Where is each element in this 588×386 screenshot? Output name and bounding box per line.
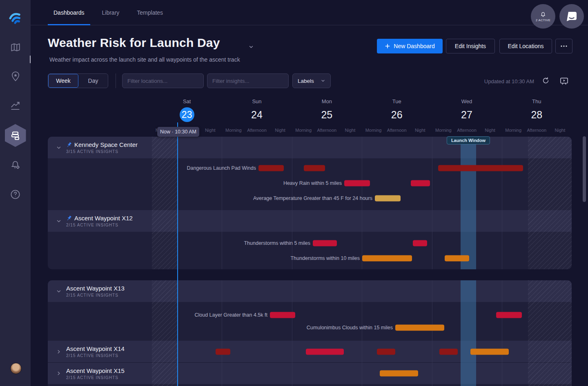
support-chat-button[interactable] <box>559 4 584 29</box>
launch-window-label: Launch Window <box>447 136 490 144</box>
location-row-header[interactable]: Ascent Waypoint X132/15 ACTIVE INSIGHTS <box>48 280 572 302</box>
day-number[interactable]: 23 <box>180 107 194 122</box>
day-column: Wed27MorningAfternoonNight <box>432 96 501 133</box>
insight-row: Thunderstorms within 5 miles <box>48 235 572 251</box>
now-line <box>177 122 178 386</box>
location-pin-star-icon[interactable] <box>10 71 21 82</box>
insight-bar[interactable] <box>313 240 337 246</box>
title-chevron-down-icon[interactable] <box>248 44 254 51</box>
presentation-mode-button[interactable] <box>559 77 569 87</box>
location-row-header[interactable]: Ascent Waypoint X122/15 ACTIVE INSIGHTS <box>48 210 572 232</box>
chevron-down-icon[interactable] <box>56 218 62 224</box>
day-column: Tue26MorningAfternoonNight <box>362 96 432 133</box>
labels-dropdown-value: Labels <box>298 78 314 84</box>
insight-bar[interactable] <box>439 348 458 355</box>
active-insights-count: 2/15 ACTIVE INSIGHTS <box>66 223 133 227</box>
alerts-button[interactable]: 2 ACTIVE <box>531 4 555 29</box>
period-label: Night <box>408 128 432 133</box>
tab-dashboards[interactable]: Dashboards <box>48 0 90 25</box>
location-name: Ascent Waypoint X13 <box>66 285 125 292</box>
insight-bar[interactable] <box>375 195 401 201</box>
insight-bar[interactable] <box>496 312 522 318</box>
chevron-down-icon[interactable] <box>56 288 62 295</box>
period-label: Morning <box>502 128 525 133</box>
map-icon[interactable] <box>10 42 21 53</box>
insight-row: Average Temperature Greater than 45 F fo… <box>48 191 572 206</box>
period-label: Afternoon <box>245 128 268 133</box>
day-number[interactable]: 26 <box>391 109 403 121</box>
day-number[interactable]: 27 <box>461 109 472 121</box>
insight-bar[interactable] <box>270 312 295 318</box>
view-toggle-week[interactable]: Week <box>48 74 78 88</box>
day-number[interactable]: 28 <box>531 109 542 121</box>
timeline-card-2: Ascent Waypoint X132/15 ACTIVE INSIGHTSC… <box>48 280 572 386</box>
chevron-down-icon[interactable] <box>56 144 62 151</box>
notification-settings-icon[interactable] <box>10 159 21 170</box>
trending-chart-icon[interactable] <box>10 100 21 112</box>
insight-bar[interactable] <box>380 370 418 377</box>
controls-divider <box>116 73 116 88</box>
insight-bar[interactable] <box>413 240 427 246</box>
insight-bar[interactable] <box>258 165 284 171</box>
page-title: Weather Risk for Launch Day <box>48 36 220 50</box>
insight-bar[interactable] <box>304 165 325 171</box>
more-options-button[interactable] <box>555 39 572 53</box>
help-icon[interactable] <box>10 189 21 200</box>
period-label: Afternoon <box>525 128 548 133</box>
insight-bar[interactable] <box>470 348 509 355</box>
location-row-header[interactable]: Ascent Waypoint X142/15 ACTIVE INSIGHTS <box>48 341 572 362</box>
period-label: Night <box>339 128 362 133</box>
timeline-card-1: Kennedy Space Center3/15 ACTIVE INSIGHTS… <box>48 137 572 269</box>
timeline-day-header: Sat23MorningAfternoonNightSun24MorningAf… <box>152 96 572 133</box>
insight-bar[interactable] <box>445 255 469 261</box>
refresh-button[interactable] <box>542 77 550 86</box>
chat-bubble-icon <box>565 10 578 23</box>
day-name: Sat <box>183 98 191 105</box>
insight-row: Cloud Layer Greater than 4.5k ft <box>48 308 572 321</box>
insight-bar[interactable] <box>344 180 370 186</box>
insight-label: Cumulonimbus Clouds within 15 miles <box>307 325 393 331</box>
location-name: Kennedy Space Center <box>74 141 138 148</box>
active-insights-count: 3/15 ACTIVE INSIGHTS <box>66 149 138 154</box>
view-toggle-day[interactable]: Day <box>78 74 108 88</box>
period-label: Night <box>269 128 292 133</box>
scrollbar-thumb[interactable] <box>583 136 586 202</box>
tab-templates[interactable]: Templates <box>131 0 169 25</box>
filter-insights-input[interactable] <box>207 73 289 88</box>
insight-label: Cloud Layer Greater than 4.5k ft <box>194 312 267 318</box>
period-label: Morning <box>362 128 385 133</box>
now-tooltip: Now · 10:30 AM <box>157 127 199 137</box>
new-dashboard-button[interactable]: New Dashboard <box>377 39 443 53</box>
user-avatar[interactable] <box>10 363 22 374</box>
ellipsis-icon <box>560 45 568 47</box>
location-row-header[interactable]: Ascent Waypoint X152/15 ACTIVE INSIGHTS <box>48 362 572 384</box>
pin-icon <box>66 142 72 148</box>
alerts-count-label: 2 ACTIVE <box>536 18 550 22</box>
location-row-header[interactable]: Kennedy Space Center3/15 ACTIVE INSIGHTS <box>48 137 572 158</box>
app-logo-icon[interactable] <box>7 10 24 27</box>
insight-bar[interactable] <box>411 180 430 186</box>
edit-locations-button[interactable]: Edit Locations <box>499 39 552 53</box>
view-toggle: Week Day <box>48 73 108 88</box>
period-label: Night <box>548 128 572 133</box>
tab-library[interactable]: Library <box>96 0 125 25</box>
insight-bar[interactable] <box>306 348 344 355</box>
insights-timeline-icon[interactable] <box>5 124 26 147</box>
pin-icon <box>66 215 72 221</box>
labels-dropdown[interactable]: Labels <box>292 73 331 88</box>
period-label: Morning <box>432 128 455 133</box>
insight-bar[interactable] <box>362 255 412 261</box>
filter-locations-input[interactable] <box>122 73 204 88</box>
insight-bar[interactable] <box>395 324 444 331</box>
edit-insights-button[interactable]: Edit Insights <box>446 39 495 53</box>
day-number[interactable]: 24 <box>251 109 263 121</box>
insight-label: Thunderstorms within 5 miles <box>244 240 310 246</box>
location-name: Ascent Waypoint X12 <box>74 215 133 222</box>
day-number[interactable]: 25 <box>321 109 332 121</box>
chevron-down-icon <box>321 78 325 83</box>
insight-bar[interactable] <box>216 348 230 355</box>
day-column: Mon25MorningAfternoonNight <box>292 96 362 133</box>
insight-bar[interactable] <box>438 165 523 171</box>
insight-bar[interactable] <box>377 348 395 355</box>
period-label: Morning <box>292 128 315 133</box>
